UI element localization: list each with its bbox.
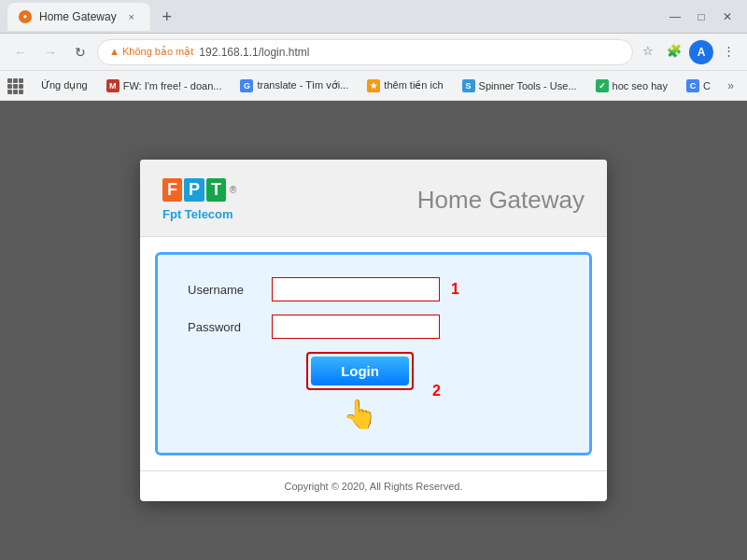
them-favicon: ★ <box>367 79 380 92</box>
seo-favicon: ✓ <box>596 79 609 92</box>
more-bookmarks-button[interactable]: » <box>722 77 740 94</box>
bookmark-translate-label: translate - Tìm với... <box>257 79 348 91</box>
annotation-2: 2 <box>432 383 441 399</box>
apps-icon[interactable] <box>7 78 26 93</box>
bookmark-spinner-label: Spinner Tools - Use... <box>479 80 577 91</box>
password-input[interactable] <box>272 315 440 339</box>
login-button[interactable]: Login <box>311 357 409 385</box>
login-card: F P T ® Fpt Telecom Home Gateway Usernam… <box>140 160 607 501</box>
cursor-hand-icon: 👆 <box>343 398 377 430</box>
profile-icon[interactable]: A <box>689 40 713 64</box>
tab-favicon: ● <box>19 10 32 23</box>
bookmark-them-label: thêm tiền ich <box>384 79 443 91</box>
logo-t: T <box>206 178 226 202</box>
bookmark-translate[interactable]: G translate - Tìm với... <box>233 77 356 95</box>
username-input[interactable] <box>272 277 440 301</box>
menu-icon[interactable]: ⋮ <box>717 40 740 63</box>
back-button[interactable]: ← <box>7 39 34 65</box>
fpt-logo: F P T ® <box>162 178 236 202</box>
security-warning: ▲ Không bảo mật <box>109 46 193 58</box>
bookmark-apps[interactable]: Ứng dụng <box>34 77 95 94</box>
button-row: Login 👆 2 <box>188 352 559 430</box>
login-button-wrap: Login <box>306 352 414 390</box>
maximize-button[interactable]: □ <box>689 7 713 26</box>
bookmark-apps-label: Ứng dụng <box>41 79 88 91</box>
spinner-favicon: S <box>462 79 475 92</box>
bookmark-seo-label: hoc seo hay <box>613 80 668 91</box>
title-bar: ● Home Gateway × + — □ ✕ <box>0 0 747 34</box>
tab-area: ● Home Gateway × + <box>7 3 655 31</box>
bookmark-c-label: C <box>703 80 711 91</box>
gmail-favicon: M <box>106 79 120 92</box>
password-row: Password <box>188 315 559 339</box>
login-form: Username 1 Password Login 👆 2 <box>155 252 592 455</box>
bookmark-gmail[interactable]: M FW: I'm free! - doan... <box>99 77 230 95</box>
browser-window: ● Home Gateway × + — □ ✕ ← → ↻ ▲ Không b… <box>0 0 747 560</box>
close-button[interactable]: ✕ <box>715 7 740 26</box>
address-bar: ← → ↻ ▲ Không bảo mật 192.168.1.1/login.… <box>0 34 747 71</box>
bookmark-them[interactable]: ★ thêm tiền ich <box>359 77 450 95</box>
url-text: 192.168.1.1/login.html <box>199 46 309 59</box>
tab-close-button[interactable]: × <box>124 9 139 24</box>
copyright-text: Copyright © 2020, All Rights Reserved. <box>285 481 463 492</box>
translate-favicon: G <box>240 79 253 92</box>
username-label: Username <box>188 283 272 297</box>
forward-button[interactable]: → <box>37 39 63 65</box>
card-header: F P T ® Fpt Telecom Home Gateway <box>140 160 607 237</box>
minimize-button[interactable]: — <box>663 7 687 26</box>
c-favicon: C <box>686 79 699 92</box>
card-footer: Copyright © 2020, All Rights Reserved. <box>140 470 607 501</box>
bookmark-c[interactable]: C C <box>679 77 718 95</box>
window-controls: — □ ✕ <box>663 7 740 26</box>
page-title: Home Gateway <box>417 186 585 215</box>
username-row: Username 1 <box>188 277 559 301</box>
reload-button[interactable]: ↻ <box>67 39 93 65</box>
bookmark-spinner[interactable]: S Spinner Tools - Use... <box>455 77 585 95</box>
logo-area: F P T ® Fpt Telecom <box>162 178 236 221</box>
active-tab[interactable]: ● Home Gateway × <box>7 3 150 31</box>
bookmark-seo[interactable]: ✓ hoc seo hay <box>588 77 675 95</box>
page-content: F P T ® Fpt Telecom Home Gateway Usernam… <box>0 101 747 560</box>
tab-title: Home Gateway <box>39 10 117 23</box>
url-bar[interactable]: ▲ Không bảo mật 192.168.1.1/login.html <box>97 39 633 65</box>
company-name: Fpt Telecom <box>162 207 236 221</box>
password-label: Password <box>188 320 272 334</box>
logo-f: F <box>162 178 182 202</box>
bookmarks-bar: Ứng dụng M FW: I'm free! - doan... G tra… <box>0 71 747 101</box>
annotation-1: 1 <box>451 281 459 298</box>
new-tab-button[interactable]: + <box>154 5 180 31</box>
extension-icon[interactable]: 🧩 <box>663 40 685 63</box>
bookmark-icon[interactable]: ☆ <box>637 40 659 63</box>
address-bar-icons: ☆ 🧩 A ⋮ <box>637 40 740 64</box>
bookmark-gmail-label: FW: I'm free! - doan... <box>123 80 222 91</box>
logo-p: P <box>184 178 204 202</box>
logo-reg: ® <box>230 185 236 195</box>
